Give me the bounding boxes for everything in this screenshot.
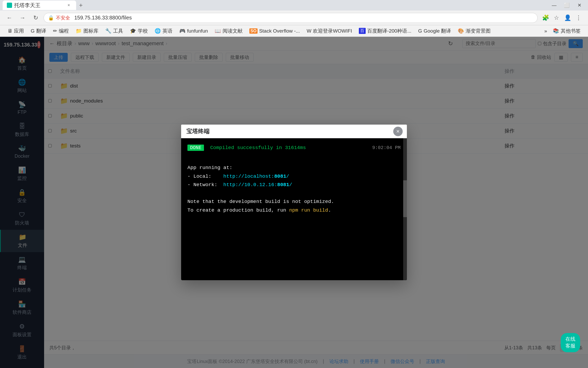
new-tab-button[interactable]: +: [76, 1, 86, 10]
security-icon: 🔒: [48, 15, 54, 21]
bookmark-stackoverflow[interactable]: SO Stack Overflow -...: [246, 27, 303, 35]
terminal-body[interactable]: DONE Compiled successfully in 31614ms 9:…: [181, 138, 407, 280]
tab-close-button[interactable]: ×: [66, 2, 72, 8]
bookmark-coding-icon: ✏: [53, 28, 57, 34]
bookmark-fun-icon: 🎮: [179, 28, 186, 34]
forward-button[interactable]: →: [17, 13, 28, 23]
bookmark-baidu-label: 百度翻译-200种语...: [367, 28, 411, 34]
bookmark-icons-icon: 📁: [76, 28, 82, 34]
npm-command: npm run build: [289, 207, 328, 213]
bookmark-english-icon: 🌐: [155, 28, 161, 34]
compile-text: Compiled successfully in 31614ms: [210, 145, 306, 151]
bookmark-school-label: 学校: [138, 28, 148, 34]
modal-close-button[interactable]: ×: [393, 127, 403, 136]
terminal-scrollbar[interactable]: [403, 138, 407, 280]
bookmark-other[interactable]: 📚 其他书签: [550, 27, 584, 35]
bookmark-reading-label: 阅读文献: [223, 28, 243, 34]
bookmark-english-label: 英语: [162, 28, 172, 34]
active-tab[interactable]: 托塔李天王 ×: [3, 1, 76, 10]
browser-toolbar: ← → ↻ 🔒 不安全 159.75.136.33:8800/files 🧩 ☆…: [0, 11, 588, 25]
terminal-time: 9:02:04 PM: [372, 145, 401, 150]
bookmark-gradient[interactable]: 🎨 渐变背景图: [455, 27, 494, 35]
tab-favicon: [7, 3, 12, 8]
bookmark-icons-label: 图标库: [83, 28, 98, 34]
local-url: http://localhost:8081/: [223, 173, 289, 179]
tab-title: 托塔李天王: [14, 2, 40, 9]
bookmark-star-icon[interactable]: ☆: [551, 13, 562, 23]
done-badge: DONE: [187, 145, 204, 151]
address-text: 159.75.136.33:8800/files: [74, 15, 132, 21]
network-port: 8081: [277, 182, 289, 188]
menu-icon[interactable]: ⋮: [573, 13, 584, 23]
terminal-note2: To create a production build, run npm ru…: [187, 206, 401, 214]
bookmark-reading-icon: 📖: [215, 28, 221, 34]
bookmark-tools-label: 工具: [113, 28, 123, 34]
terminal-note1: Note that the development build is not o…: [187, 197, 401, 206]
bookmark-wowifi-label: 欢迎登录WOWIFI: [313, 28, 352, 34]
bookmark-tools-icon: 🔧: [105, 28, 112, 34]
terminal-line-blank1: [187, 155, 401, 163]
bookmark-google-icon: G: [418, 28, 422, 34]
bookmark-stackoverflow-icon: SO: [249, 28, 258, 34]
terminal-modal: 宝塔终端 × DONE Compiled successfully in 316…: [181, 125, 407, 280]
bookmark-other-label: 其他书签: [561, 28, 581, 34]
bookmark-gradient-icon: 🎨: [458, 28, 464, 34]
terminal-line-apprunning: App running at:: [187, 163, 401, 172]
maximize-button[interactable]: ⬜: [561, 0, 573, 11]
modal-overlay: 宝塔终端 × DONE Compiled successfully in 316…: [0, 37, 588, 368]
bookmark-icons[interactable]: 📁 图标库: [72, 27, 102, 35]
bookmark-reading[interactable]: 📖 阅读文献: [212, 27, 246, 35]
bookmark-google-translate[interactable]: G Google 翻译: [415, 27, 454, 35]
bookmark-school[interactable]: 🎓 学校: [127, 27, 151, 35]
reload-button[interactable]: ↻: [30, 13, 41, 23]
bookmark-apps-icon: 🖥: [7, 28, 12, 34]
bookmark-google-label: Google 翻译: [424, 28, 451, 34]
bookmark-tools[interactable]: 🔧 工具: [102, 27, 126, 35]
bookmark-fun[interactable]: 🎮 funfunfun: [176, 27, 211, 35]
bookmark-coding[interactable]: ✏ 编程: [50, 27, 72, 35]
modal-title: 宝塔终端: [186, 127, 209, 135]
online-chat-button[interactable]: 在线客服: [561, 333, 580, 352]
modal-header: 宝塔终端 ×: [181, 125, 407, 138]
bookmark-baidu-translate[interactable]: 百 百度翻译-200种语...: [356, 27, 414, 35]
bookmark-apps[interactable]: 🖥 应用: [4, 27, 27, 35]
local-port: 8081: [274, 173, 286, 179]
bookmark-translate[interactable]: G 翻译: [28, 27, 49, 35]
bookmark-apps-label: 应用: [14, 28, 24, 34]
bookmarks-more-button[interactable]: »: [542, 27, 549, 35]
address-bar[interactable]: 🔒 不安全 159.75.136.33:8800/files: [44, 13, 538, 23]
profile-icon[interactable]: 👤: [562, 13, 573, 23]
bookmark-baidu-icon: 百: [359, 28, 366, 34]
bookmark-wowifi-icon: W: [307, 28, 311, 34]
close-button[interactable]: ✕: [573, 0, 585, 11]
minimize-button[interactable]: —: [548, 0, 560, 11]
bookmark-stackoverflow-label: Stack Overflow -...: [259, 28, 300, 34]
bookmark-gradient-label: 渐变背景图: [466, 28, 491, 34]
bookmark-translate-label: 翻译: [36, 28, 46, 34]
bookmark-wowifi[interactable]: W 欢迎登录WOWIFI: [303, 27, 355, 35]
network-url: http://10.0.12.16:8081/: [223, 182, 292, 188]
bookmarks-bar: 🖥 应用 G 翻译 ✏ 编程 📁 图标库 🔧 工具 🎓 学校 🌐 英语 🎮: [0, 25, 588, 37]
bookmark-school-icon: 🎓: [130, 28, 136, 34]
extensions-icon[interactable]: 🧩: [540, 13, 551, 23]
terminal-scrollbar-thumb[interactable]: [403, 180, 407, 217]
terminal-line-blank2: [187, 189, 401, 197]
terminal-line-local: - Local: http://localhost:8081/: [187, 172, 401, 181]
terminal-line-network: - Network: http://10.0.12.16:8081/: [187, 181, 401, 189]
bookmark-fun-label: funfunfun: [187, 28, 208, 34]
bookmark-other-icon: 📚: [553, 28, 559, 34]
back-button[interactable]: ←: [4, 13, 15, 23]
bookmark-english[interactable]: 🌐 英语: [151, 27, 176, 35]
security-label: 不安全: [56, 15, 70, 21]
bookmark-coding-label: 编程: [59, 28, 69, 34]
bookmark-translate-icon: G: [31, 28, 35, 34]
